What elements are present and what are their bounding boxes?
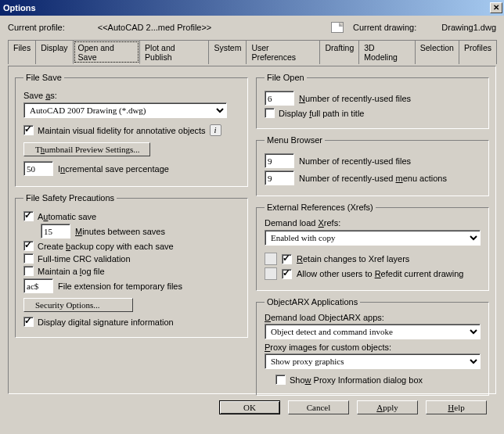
drawing-icon xyxy=(331,22,344,33)
current-profile-value: <<AutoCAD 2...med Profile>> xyxy=(74,23,212,32)
security-options-button[interactable]: Security Options... xyxy=(23,298,133,312)
help-button[interactable]: Help xyxy=(426,400,487,414)
label-automatic-save: Automatic save xyxy=(38,212,96,221)
label-allow-refedit: Allow other users to Refedit current dra… xyxy=(297,269,463,278)
close-icon[interactable]: ✕ xyxy=(490,2,502,13)
incremental-save-input[interactable] xyxy=(23,161,53,176)
save-as-select[interactable]: AutoCAD 2007 Drawing (*.dwg) xyxy=(23,102,227,118)
checkbox-log-file[interactable] xyxy=(23,266,34,276)
label-show-proxy-dialog: Show Proxy Information dialog box xyxy=(290,375,423,385)
checkbox-retain-xref-layers[interactable] xyxy=(282,254,292,264)
tab-open-and-save[interactable]: Open and Save xyxy=(73,40,140,64)
tab-plot-and-publish[interactable]: Plot and Publish xyxy=(139,40,209,64)
label-digital-signature: Display digital signature information xyxy=(38,317,174,327)
group-xrefs: External References (Xrefs) Demand load … xyxy=(256,203,489,291)
tabstrip: Files Display Open and Save Plot and Pub… xyxy=(8,39,496,64)
checkbox-visual-fidelity[interactable] xyxy=(23,125,34,135)
checkbox-digital-signature[interactable] xyxy=(23,317,34,327)
group-objectarx: ObjectARX Applications Demand load Objec… xyxy=(256,297,489,396)
checkbox-allow-refedit[interactable] xyxy=(282,269,292,279)
recent-files-input[interactable] xyxy=(265,91,294,106)
group-file-safety: File Safety Precautions Automatic save M… xyxy=(15,193,248,338)
ok-button[interactable]: OK xyxy=(219,400,280,414)
refedit-icon xyxy=(265,267,277,280)
legend-menu-browser: Menu Browser xyxy=(265,135,325,145)
minutes-input[interactable] xyxy=(41,224,70,239)
tab-display[interactable]: Display xyxy=(35,40,73,64)
menu-recent-files-input[interactable] xyxy=(265,153,294,168)
legend-file-open: File Open xyxy=(265,73,307,82)
current-profile-label: Current profile: xyxy=(8,23,65,32)
temp-ext-label: File extension for temporary files xyxy=(58,282,182,291)
menu-recent-actions-label: Number of recently-used menu actions xyxy=(299,174,447,183)
tab-system[interactable]: System xyxy=(208,40,247,64)
window-title: Options xyxy=(3,3,490,13)
temp-ext-input[interactable] xyxy=(23,278,53,293)
demand-load-arx-label: Demand load ObjectARX apps: xyxy=(265,313,481,322)
tab-drafting[interactable]: Drafting xyxy=(319,40,359,64)
current-drawing-label: Current drawing: xyxy=(353,23,416,32)
label-backup-copy: Create backup copy with each save xyxy=(38,242,174,251)
group-menu-browser: Menu Browser Number of recently-used fil… xyxy=(256,135,489,196)
checkbox-automatic-save[interactable] xyxy=(23,211,34,221)
label-visual-fidelity: Maintain visual fidelity for annotative … xyxy=(38,126,206,135)
menu-recent-actions-input[interactable] xyxy=(265,170,294,185)
checkbox-show-proxy-dialog[interactable] xyxy=(275,375,286,385)
demand-load-xrefs-select[interactable]: Enabled with copy xyxy=(265,230,481,246)
legend-file-safety: File Safety Precautions xyxy=(23,193,117,203)
group-file-open: File Open Number of recently-used files … xyxy=(256,73,489,129)
legend-file-save: File Save xyxy=(23,73,64,82)
xref-layers-icon xyxy=(265,253,277,265)
label-crc: Full-time CRC validation xyxy=(38,254,131,264)
tab-selection[interactable]: Selection xyxy=(415,40,459,64)
label-retain-xref-layers: Retain changes to Xref layers xyxy=(297,254,409,264)
proxy-images-label: Proxy images for custom objects: xyxy=(265,343,481,352)
incremental-save-label: Incremental save percentage xyxy=(58,164,169,174)
current-drawing-value: Drawing1.dwg xyxy=(441,23,496,32)
menu-recent-files-label: Number of recently-used files xyxy=(299,156,411,166)
info-icon[interactable]: i xyxy=(210,124,221,136)
checkbox-full-path[interactable] xyxy=(265,108,275,118)
apply-button[interactable]: Apply xyxy=(357,400,418,414)
tab-profiles[interactable]: Profiles xyxy=(459,40,497,64)
checkbox-backup-copy[interactable] xyxy=(23,241,34,251)
legend-xrefs: External References (Xrefs) xyxy=(265,203,376,212)
checkbox-crc[interactable] xyxy=(23,253,34,264)
demand-load-xrefs-label: Demand load Xrefs: xyxy=(265,218,481,228)
label-log-file: Maintain a log file xyxy=(38,267,105,276)
tab-user-preferences[interactable]: User Preferences xyxy=(246,40,320,64)
recent-files-label: Number of recently-used files xyxy=(299,94,411,103)
cancel-button[interactable]: Cancel xyxy=(288,400,349,414)
label-full-path: Display full path in title xyxy=(279,109,364,118)
proxy-images-select[interactable]: Show proxy graphics xyxy=(265,353,481,369)
demand-load-arx-select[interactable]: Object detect and command invoke xyxy=(265,324,481,339)
tab-files[interactable]: Files xyxy=(8,40,36,64)
save-as-label: Save as: xyxy=(23,91,57,100)
thumbnail-preview-button[interactable]: Thumbnail Preview Settings... xyxy=(23,142,150,156)
legend-objectarx: ObjectARX Applications xyxy=(265,297,360,307)
minutes-label: Minutes between saves xyxy=(75,227,165,236)
group-file-save: File Save Save as: AutoCAD 2007 Drawing … xyxy=(15,73,248,187)
tab-3d-modeling[interactable]: 3D Modeling xyxy=(358,40,416,64)
